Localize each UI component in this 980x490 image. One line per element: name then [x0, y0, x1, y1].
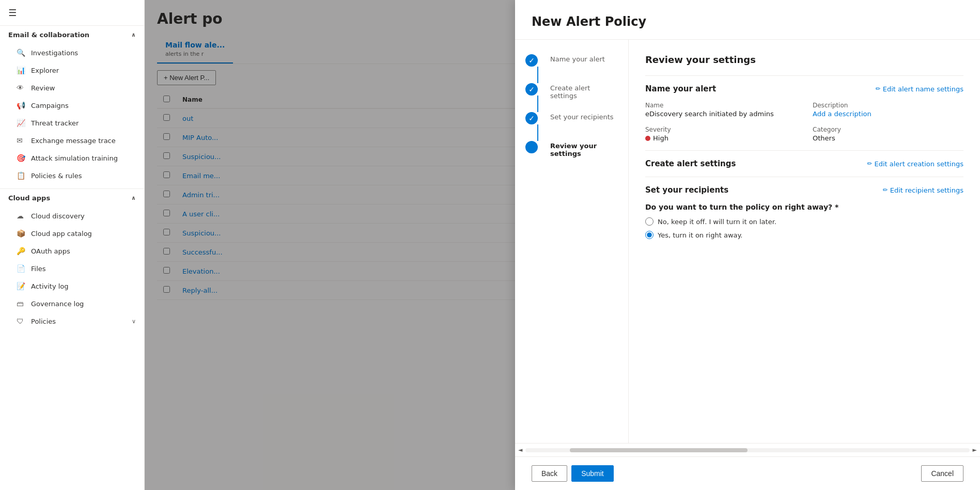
- modal-overlay: New Alert Policy ✓ Name your alert: [145, 0, 980, 490]
- cloud-app-catalog-icon: 📦: [17, 229, 27, 238]
- modal-panel: New Alert Policy ✓ Name your alert: [515, 0, 980, 490]
- pencil-icon: ✏: [876, 85, 881, 92]
- edit-alert-creation-link[interactable]: ✏ Edit alert creation settings: [867, 160, 963, 168]
- chevron-up-icon: ∧: [131, 31, 136, 38]
- sidebar-item-label: Activity log: [31, 282, 69, 290]
- sidebar-item-explorer[interactable]: 📊 Explorer: [0, 61, 144, 79]
- back-button[interactable]: Back: [532, 465, 567, 482]
- sidebar-item-files[interactable]: 📄 Files: [0, 260, 144, 277]
- sidebar-item-label: Cloud app catalog: [31, 230, 92, 238]
- pencil-icon-3: ✏: [883, 186, 888, 194]
- review-icon: 👁: [17, 84, 27, 92]
- radio-turn-on[interactable]: Yes, turn it on right away.: [645, 231, 963, 239]
- attack-simulation-icon: 🎯: [17, 154, 27, 162]
- sidebar-section-email-collab-label: Email & collaboration: [8, 31, 89, 39]
- sidebar-item-campaigns[interactable]: 📢 Campaigns: [0, 97, 144, 114]
- sidebar-item-cloud-app-catalog[interactable]: 📦 Cloud app catalog: [0, 225, 144, 242]
- field-category-label: Category: [813, 126, 963, 133]
- sidebar-item-label: Review: [31, 84, 55, 92]
- sidebar-item-label: Policies: [31, 318, 56, 325]
- radio-turn-on-input[interactable]: [645, 231, 654, 239]
- severity-dot-icon: [645, 136, 650, 141]
- sidebar-item-label: Investigations: [31, 49, 78, 57]
- scroll-bar: ◄ ►: [515, 443, 980, 456]
- divider-1: [645, 75, 963, 76]
- sidebar-item-attack-simulation[interactable]: 🎯 Attack simulation training: [0, 149, 144, 167]
- sidebar-item-oauth-apps[interactable]: 🔑 OAuth apps: [0, 242, 144, 260]
- radio-keep-off[interactable]: No, keep it off. I will turn it on later…: [645, 217, 963, 226]
- policy-question: Do you want to turn the policy on right …: [645, 203, 963, 211]
- footer-left: Back Submit: [532, 465, 614, 482]
- field-name: Name eDiscovery search initiated by admi…: [645, 102, 796, 118]
- field-category: Category Others: [813, 126, 963, 142]
- field-severity-label: Severity: [645, 126, 796, 133]
- sidebar-item-label: Explorer: [31, 67, 59, 74]
- divider-2: [645, 150, 963, 151]
- chevron-up-icon-cloud: ∧: [131, 195, 136, 201]
- sidebar-item-investigations[interactable]: 🔍 Investigations: [0, 44, 144, 61]
- sidebar-item-exchange-message-trace[interactable]: ✉ Exchange message trace: [0, 132, 144, 149]
- step-circle-1: ✓: [525, 54, 538, 67]
- scroll-right-arrow[interactable]: ►: [970, 447, 980, 453]
- field-name-value: eDiscovery search initiated by admins: [645, 110, 796, 118]
- field-severity: Severity High: [645, 126, 796, 142]
- sidebar-item-policies[interactable]: 🛡 Policies ∨: [0, 312, 144, 330]
- pencil-icon-2: ✏: [867, 160, 872, 167]
- edit-alert-name-link[interactable]: ✏ Edit alert name settings: [876, 85, 963, 93]
- field-description-value[interactable]: Add a description: [813, 110, 963, 118]
- submit-button[interactable]: Submit: [571, 465, 614, 482]
- field-name-label: Name: [645, 102, 796, 109]
- name-alert-fields: Name eDiscovery search initiated by admi…: [645, 102, 963, 142]
- edit-alert-name-label: Edit alert name settings: [883, 85, 963, 93]
- sidebar-item-policies-rules[interactable]: 📋 Policies & rules: [0, 167, 144, 184]
- step-label-2: Create alert settings: [550, 83, 618, 100]
- edit-alert-creation-label: Edit alert creation settings: [874, 160, 963, 168]
- cancel-button[interactable]: Cancel: [921, 465, 963, 482]
- scroll-thumb: [570, 448, 748, 452]
- sidebar-item-label: Files: [31, 265, 46, 273]
- severity-text: High: [653, 134, 668, 142]
- scroll-left-arrow[interactable]: ◄: [515, 447, 525, 453]
- modal-title: New Alert Policy: [532, 14, 963, 29]
- step-circle-2: ✓: [525, 83, 538, 96]
- sidebar-item-label: Governance log: [31, 300, 84, 308]
- sidebar-section-cloud-apps[interactable]: Cloud apps ∧: [0, 188, 144, 207]
- sidebar-item-label: Exchange message trace: [31, 137, 116, 145]
- campaigns-icon: 📢: [17, 101, 27, 109]
- edit-recipients-link[interactable]: ✏ Edit recipient settings: [883, 186, 963, 194]
- step-circle-4: [525, 141, 538, 153]
- step-name-alert: ✓ Name your alert: [525, 54, 618, 83]
- sidebar-item-review[interactable]: 👁 Review: [0, 79, 144, 97]
- files-icon: 📄: [17, 264, 27, 273]
- sidebar-item-activity-log[interactable]: 📝 Activity log: [0, 277, 144, 295]
- step-label-4: Review your settings: [550, 141, 618, 157]
- sidebar-section-email-collab[interactable]: Email & collaboration ∧: [0, 25, 144, 44]
- step-create-settings: ✓ Create alert settings: [525, 83, 618, 112]
- sidebar-item-label: Policies & rules: [31, 172, 82, 180]
- set-recipients-section-header: Set your recipients ✏ Edit recipient set…: [645, 185, 963, 195]
- sidebar-section-cloud-apps-label: Cloud apps: [8, 194, 50, 202]
- edit-recipients-label: Edit recipient settings: [890, 186, 963, 194]
- main-area: Alert po Mail flow ale... alerts in the …: [145, 0, 980, 490]
- field-severity-value: High: [645, 134, 796, 142]
- sidebar-item-cloud-discovery[interactable]: ☁ Cloud discovery: [0, 207, 144, 225]
- sidebar-item-threat-tracker[interactable]: 📈 Threat tracker: [0, 114, 144, 132]
- policies-icon: 🛡: [17, 317, 27, 325]
- sidebar-item-governance-log[interactable]: 🗃 Governance log: [0, 295, 144, 312]
- radio-keep-off-input[interactable]: [645, 217, 654, 226]
- field-description-label: Description: [813, 102, 963, 109]
- modal-stepper: ✓ Name your alert ✓ Create alert setting…: [515, 40, 629, 443]
- review-title: Review your settings: [645, 54, 963, 65]
- set-recipients-section-title: Set your recipients: [645, 185, 728, 195]
- step-connector-3: [537, 124, 538, 141]
- footer-right: Cancel: [921, 465, 963, 482]
- oauth-apps-icon: 🔑: [17, 247, 27, 255]
- governance-log-icon: 🗃: [17, 299, 27, 308]
- modal-header: New Alert Policy: [515, 0, 980, 40]
- step-label-1: Name your alert: [550, 54, 605, 63]
- hamburger-button[interactable]: ☰: [0, 0, 144, 25]
- investigations-icon: 🔍: [17, 49, 27, 57]
- scroll-track[interactable]: [525, 448, 969, 452]
- sidebar-item-label: OAuth apps: [31, 247, 70, 255]
- exchange-message-trace-icon: ✉: [17, 136, 27, 145]
